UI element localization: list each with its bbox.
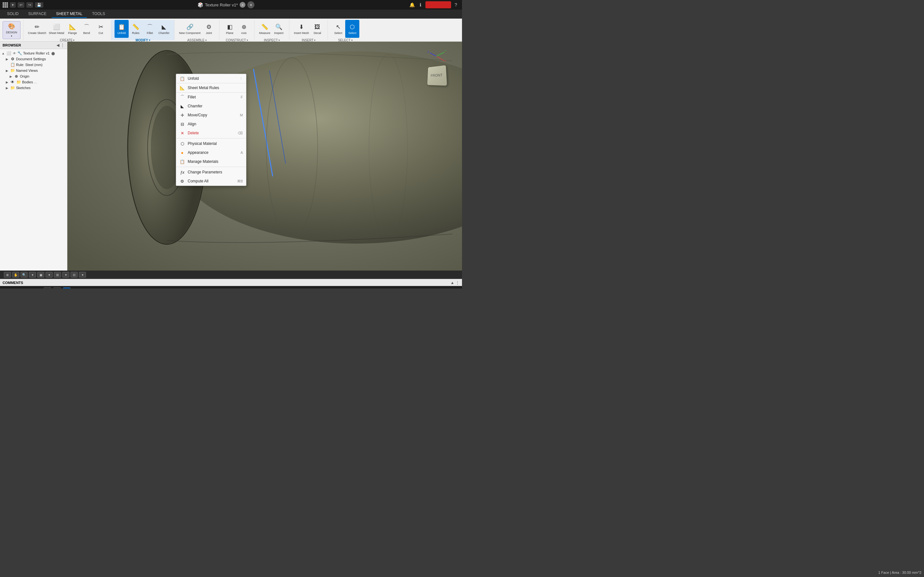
comments-title: COMMENTS [3, 281, 23, 285]
menu-item-physical-material[interactable]: ⬡ Physical Material [176, 139, 246, 148]
menu-item-sheet-metal-rules[interactable]: 📐 Sheet Metal Rules [176, 83, 246, 93]
browser-menu-btn[interactable]: ⋮ [61, 43, 65, 47]
modify-btn-2[interactable]: 📏Rules [129, 20, 143, 38]
navcube[interactable]: FRONT [427, 65, 447, 85]
root-eye-icon[interactable]: 👁 [13, 52, 16, 55]
tree-item-rule[interactable]: 📋 Rule: Steel (mm) [0, 62, 67, 68]
menu-item-change-parameters[interactable]: ƒx Change Parameters [176, 168, 246, 177]
tree-item-docsettings[interactable]: ▶ ⚙ Document Settings [0, 56, 67, 62]
browser-header-btns: ◀ ⋮ [57, 43, 65, 47]
origin-btn[interactable]: ⊕ [4, 272, 11, 277]
play-prev-btn[interactable]: ⏪ [10, 288, 16, 289]
zoom-btn[interactable]: 🔍 [21, 272, 27, 277]
inspect-btn-2[interactable]: 🔍Inspect [272, 20, 286, 38]
inspect-tools-row: 📏Measure 🔍Inspect [258, 20, 286, 38]
construct-btn-1[interactable]: ◧Plane [223, 20, 237, 38]
tree-item-sketches[interactable]: ▶ 📁 Sketches [0, 85, 67, 91]
menu-item-movecopy[interactable]: ✛ Move/Copy M [176, 111, 246, 119]
comments-menu-btn[interactable]: ⋮ [456, 280, 459, 285]
title-bar-center: 🎲 Texture Roller v1* × + [198, 1, 255, 8]
select-btn-2[interactable]: ⬡Select [345, 20, 359, 38]
grid-btn[interactable]: ⊞ [54, 272, 61, 277]
design-label: DESIGN [6, 31, 17, 34]
create-btn-3[interactable]: 📐Flange [65, 20, 79, 38]
tree-item-origin[interactable]: ▶ ⊕ Origin [0, 73, 67, 79]
create-btn-1[interactable]: ✏Create Sketch [27, 20, 47, 38]
new-tab-btn[interactable]: + [247, 1, 254, 8]
tab-sheet-metal[interactable]: SHEET METAL [52, 10, 87, 18]
origin-arrow-icon: ▶ [9, 75, 13, 78]
select-section: ↖Select ⬡Select SELECT ▾ [328, 20, 363, 40]
menu-item-compute-all[interactable]: ⚙ Compute All ⌘B [176, 177, 246, 185]
file-menu-btn[interactable]: ▾ [10, 2, 16, 8]
3d-viewport-svg [67, 42, 462, 271]
play-next-btn[interactable]: ⏩ [25, 288, 31, 289]
menu-item-align[interactable]: ⊟ Align [176, 119, 246, 129]
insert-btn-1[interactable]: ⬇Insert Mesh [292, 20, 310, 38]
create-btn-4[interactable]: ⌒Bend [79, 20, 94, 38]
tab-tools[interactable]: TOOLS [87, 10, 110, 18]
close-tab-btn[interactable]: × [240, 2, 246, 8]
settings-btn[interactable]: ⚙ [454, 288, 459, 289]
create-btn-2[interactable]: ⬜Sheet Metal [47, 20, 65, 38]
modify-btn-3[interactable]: ⌒Fillet [143, 20, 157, 38]
plane-icon: ◧ [226, 23, 234, 31]
help-btn[interactable]: ? [452, 1, 459, 8]
bodies-eye-icon[interactable]: 👁 [10, 80, 15, 84]
save-btn[interactable]: 💾 [35, 2, 43, 8]
insert-btn-2[interactable]: 🖼Decal [310, 20, 325, 38]
tree-item-bodies[interactable]: ▶ 👁 📁 Bodies … [0, 79, 67, 85]
visual-btn[interactable]: ⊟ [71, 272, 78, 277]
menu-item-unfold[interactable]: 📋 Unfold ⋮ [176, 74, 246, 83]
modify-btn-4[interactable]: ◣Chamfer [157, 20, 171, 38]
redo-btn[interactable]: ↪ [26, 2, 33, 8]
nav-back-btn[interactable]: 🔔 [409, 1, 416, 8]
grid-drop-btn[interactable]: ▾ [62, 272, 69, 277]
assemble-icon: 🔗 [186, 23, 194, 31]
tab-solid[interactable]: SOLID [3, 10, 23, 18]
nav-info-btn[interactable]: ℹ [417, 1, 424, 8]
display-btn[interactable]: ▣ [37, 272, 44, 277]
account-area[interactable] [425, 1, 451, 8]
design-btn[interactable]: 🎨 DESIGN ▾ [3, 21, 21, 39]
create-tools-row: ✏Create Sketch ⬜Sheet Metal 📐Flange ⌒Ben… [27, 20, 108, 38]
main-area: BROWSER ◀ ⋮ ▲ ⬜ 👁 🔧 Texture Roller v1 ⬤ … [0, 42, 462, 271]
comments-expand-btn[interactable]: ▲ [451, 280, 454, 285]
app-grid-icon[interactable] [3, 2, 8, 8]
assemble-btn-1[interactable]: 🔗New Component [178, 20, 202, 38]
construct-btn-2[interactable]: ⊕Axis [237, 20, 251, 38]
appearance-shortcut: A [241, 151, 243, 155]
zoom-drop-btn[interactable]: ▾ [29, 272, 36, 277]
play-pause-btn[interactable]: ⏸ [18, 288, 23, 289]
play-end-btn[interactable]: ⏭ [33, 288, 39, 289]
create-btn-5[interactable]: ✂Cut [94, 20, 108, 38]
fillet-menu-label: Fillet [188, 95, 238, 99]
timeline-btn[interactable]: 📋 [44, 287, 51, 289]
inspect-btn-1[interactable]: 📏Measure [258, 20, 272, 38]
menu-item-chamfer[interactable]: ◣ Chamfer [176, 102, 246, 111]
pan-btn[interactable]: ✋ [12, 272, 19, 277]
modify-tools-row: 📋Unfold 📏Rules ⌒Fillet ◣Chamfer [115, 20, 171, 38]
sketch-view-btn[interactable]: ✏ [53, 287, 61, 289]
tree-item-namedviews[interactable]: ▶ 📁 Named Views [0, 68, 67, 73]
menu-item-fillet[interactable]: ⌒ Fillet F [176, 93, 246, 102]
undo-btn[interactable]: ↩ [18, 2, 24, 8]
sketch-icon: ✏ [33, 23, 41, 31]
assemble-btn-2[interactable]: ⚙Joint [202, 20, 216, 38]
appearance-menu-label: Appearance [188, 150, 238, 155]
tree-item-root[interactable]: ▲ ⬜ 👁 🔧 Texture Roller v1 ⬤ [0, 50, 67, 56]
tab-surface[interactable]: SURFACE [24, 10, 51, 18]
3d-view-btn[interactable]: 3D [63, 287, 71, 289]
display-drop-btn[interactable]: ▾ [45, 272, 53, 277]
viewport[interactable]: X Y Z FRONT 📋 Unfold ⋮ 📐 Sheet Metal Rul… [67, 42, 462, 271]
menu-item-delete[interactable]: ✕ Delete ⌫ [176, 129, 246, 137]
menu-item-appearance[interactable]: ● Appearance A [176, 148, 246, 157]
visual-drop-btn[interactable]: ▾ [79, 272, 86, 277]
select-btn-1[interactable]: ↖Select [331, 20, 345, 38]
play-start-btn[interactable]: ⏮ [3, 288, 8, 289]
record-btn[interactable]: ⬤ [51, 52, 55, 55]
bottom-bar: ⏮ ⏪ ⏸ ⏩ ⏭ 📋 ✏ 3D TEXT COMMANDS ⚙ [0, 286, 462, 288]
menu-item-manage-materials[interactable]: 📋 Manage Materials [176, 157, 246, 166]
modify-btn-1[interactable]: 📋Unfold [115, 20, 129, 38]
browser-collapse-btn[interactable]: ◀ [57, 43, 59, 47]
